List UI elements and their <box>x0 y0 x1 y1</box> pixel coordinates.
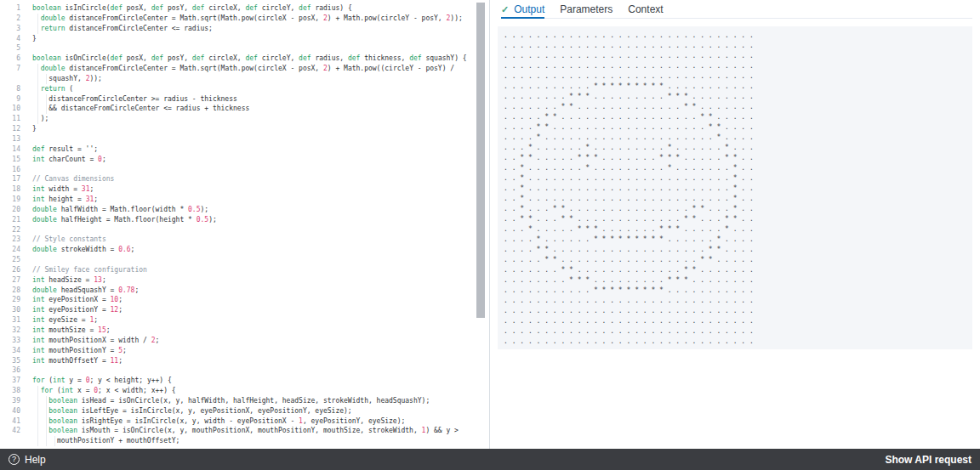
code-text: int eyeSize = 1; <box>32 315 98 326</box>
ascii-art-row: . . * * . . . * * . . . . . . . . . . . … <box>504 214 972 224</box>
code-text: squashY, 2)); <box>32 74 102 84</box>
ascii-art-row: . . . . . . . . . . . . . . . . . . . . … <box>504 41 972 51</box>
code-line: 33int mouthPositionX = width / 2; <box>0 336 489 346</box>
ascii-art-row: . . . . * * . . . . . . . . . . . . . . … <box>504 245 972 255</box>
code-text: double halfHeight = Math.floor(height * … <box>32 215 217 225</box>
code-line: 1boolean isInCircle(def posX, def posY, … <box>0 3 489 14</box>
line-number: 34 <box>0 346 20 356</box>
line-number: 32 <box>0 326 20 336</box>
line-number: 24 <box>0 245 20 255</box>
line-number: 10 <box>0 104 20 114</box>
code-line: 8 return ( <box>0 84 489 94</box>
code-line: 20double halfWidth = Math.floor(width * … <box>0 205 489 215</box>
indent-guide <box>37 406 38 416</box>
code-line: 4} <box>0 34 489 44</box>
line-number: 8 <box>0 84 20 94</box>
code-text: int headSize = 13; <box>32 275 106 286</box>
code-line: 21double halfHeight = Math.floor(height … <box>0 215 489 225</box>
tab-context[interactable]: Context <box>628 0 663 19</box>
line-number: 4 <box>0 34 20 44</box>
code-line: 3 return distanceFromCircleCenter <= rad… <box>0 24 489 34</box>
code-line: 5 <box>0 43 489 54</box>
code-line: 12} <box>0 124 489 134</box>
code-line: 40 boolean isLeftEye = isInCircle(x, y, … <box>0 406 489 416</box>
code-line: 25 <box>0 255 489 265</box>
indent-guide <box>46 416 47 427</box>
line-number: 7 <box>0 64 20 74</box>
code-line: 32int mouthSize = 15; <box>0 326 489 336</box>
indent-guide <box>37 84 38 94</box>
ascii-art-row: . . . . . . . . . . . . . . . . . . . . … <box>504 326 972 337</box>
indent-guide <box>46 426 47 436</box>
ascii-art-row: . . * . . . * * . . . . . . . . . . . . … <box>504 204 972 214</box>
indent-guide <box>37 114 38 124</box>
line-number: 6 <box>0 54 20 64</box>
ascii-art-row: . . . . . * * . . . . . . . . . . . . . … <box>504 255 972 265</box>
ascii-art-row: . . . . . . . . * * * . . . . . . . . . … <box>504 275 972 286</box>
code-line: 2 double distanceFromCircleCenter = Math… <box>0 14 489 24</box>
ascii-art-row: . . * . . . . . . . . . . . . . . . . . … <box>504 194 972 204</box>
ascii-art-row: . . . . . . . . * * * . . . . . . . . . … <box>504 92 972 102</box>
code-line: 42 boolean isMouth = isOnCircle(x, y, mo… <box>0 426 489 436</box>
editor-scrollbar-thumb[interactable] <box>476 3 485 318</box>
code-line: 28double headSquashY = 0.78; <box>0 286 489 296</box>
code-text: boolean isRightEye = isInCircle(x, y, wi… <box>32 416 405 427</box>
line-number: 35 <box>0 356 20 366</box>
code-area[interactable]: 1boolean isInCircle(def posX, def posY, … <box>0 0 489 446</box>
code-line: 18int width = 31; <box>0 184 489 195</box>
code-text: boolean isMouth = isOnCircle(x, y, mouth… <box>32 426 459 436</box>
ascii-art-row: . . . . . . . . . . . . . . . . . . . . … <box>504 51 972 61</box>
show-api-request-button[interactable]: Show API request <box>885 454 971 466</box>
code-text: // Smiley face configuration <box>32 265 147 275</box>
code-line: 7 double distanceFromCircleCenter = Math… <box>0 64 489 74</box>
code-line: 17// Canvas dimensions <box>0 174 489 184</box>
line-number: 39 <box>0 396 20 406</box>
line-number: 19 <box>0 195 20 205</box>
code-text: int eyePositionY = 12; <box>32 305 122 315</box>
tab-output[interactable]: ✓ Output <box>501 0 544 19</box>
ascii-art-row: . . . . . . . . . . . . . . . . . . . . … <box>504 306 972 316</box>
indent-guide <box>37 396 38 406</box>
code-line: 11 ); <box>0 114 489 124</box>
indent-guide <box>37 436 38 446</box>
painless-lab-window: 1boolean isInCircle(def posX, def posY, … <box>0 0 980 470</box>
code-text: && distanceFromCircleCenter <= radius + … <box>32 104 249 114</box>
code-line: 38 for (int x = 0; x < width; x++) { <box>0 386 489 396</box>
tab-parameters[interactable]: Parameters <box>560 0 612 19</box>
indent-guide <box>46 94 47 105</box>
line-number: 23 <box>0 235 20 245</box>
line-number: 14 <box>0 144 20 155</box>
line-number <box>0 436 20 446</box>
tab-output-label: Output <box>514 3 544 15</box>
indent-guide <box>46 406 47 416</box>
code-text: int mouthPositionY = 5; <box>32 346 127 356</box>
ascii-art-row: . . . . . . . * * . . . . . . . . . . . … <box>504 265 972 275</box>
code-text: int width = 31; <box>32 184 94 195</box>
tab-bar: ✓ Output Parameters Context <box>490 0 980 19</box>
code-text: boolean isOnCircle(def posX, def posY, d… <box>32 54 467 64</box>
output-panel: . . . . . . . . . . . . . . . . . . . . … <box>498 26 972 349</box>
code-text: ); <box>32 114 48 124</box>
code-text: def result = ''; <box>32 144 98 155</box>
code-text: distanceFromCircleCenter >= radius - thi… <box>32 94 237 105</box>
line-number: 12 <box>0 124 20 134</box>
line-number: 17 <box>0 174 20 184</box>
code-line: 29int eyePositionX = 10; <box>0 295 489 305</box>
indent-guide <box>37 14 38 24</box>
code-line: 31int eyeSize = 1; <box>0 315 489 326</box>
help-button[interactable]: ? Help <box>9 454 46 466</box>
ascii-art-row: . . . . . . . * * . . . . . . . . . . . … <box>504 102 972 112</box>
code-editor-pane[interactable]: 1boolean isInCircle(def posX, def posY, … <box>0 0 489 449</box>
code-line: 23// Style constants <box>0 235 489 245</box>
indent-guide <box>46 396 47 406</box>
code-line: 34int mouthPositionY = 5; <box>0 346 489 356</box>
code-line: 16 <box>0 165 489 175</box>
code-text: boolean isLeftEye = isInCircle(x, y, eye… <box>32 406 352 416</box>
line-number: 18 <box>0 184 20 195</box>
indent-guide <box>46 104 47 114</box>
code-line: 10 && distanceFromCircleCenter <= radius… <box>0 104 489 114</box>
indent-guide <box>37 24 38 34</box>
help-label: Help <box>25 454 46 466</box>
ascii-art-row: . . . . . * * . . . . . . . . . . . . . … <box>504 112 972 122</box>
indent-guide <box>46 74 47 84</box>
